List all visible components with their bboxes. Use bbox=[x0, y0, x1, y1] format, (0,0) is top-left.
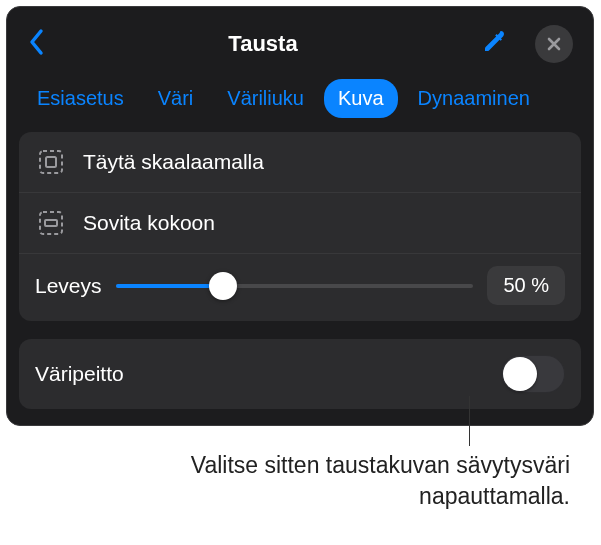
close-icon bbox=[546, 36, 562, 52]
width-value[interactable]: 50 % bbox=[487, 266, 565, 305]
color-overlay-label: Väripeitto bbox=[35, 362, 124, 386]
toggle-knob bbox=[503, 357, 537, 391]
top-bar: Tausta bbox=[19, 21, 581, 79]
tab-gradient[interactable]: Väriliuku bbox=[213, 79, 318, 118]
color-overlay-toggle[interactable] bbox=[501, 355, 565, 393]
callout-line bbox=[469, 396, 470, 446]
tab-color[interactable]: Väri bbox=[144, 79, 208, 118]
eyedropper-button[interactable] bbox=[481, 29, 507, 59]
option-scale-to-fill[interactable]: Täytä skaalaamalla bbox=[19, 132, 581, 192]
close-button[interactable] bbox=[535, 25, 573, 63]
back-button[interactable] bbox=[27, 28, 45, 60]
option-scale-to-fill-label: Täytä skaalaamalla bbox=[83, 150, 264, 174]
option-scale-to-fit-label: Sovita kokoon bbox=[83, 211, 215, 235]
tab-preset[interactable]: Esiasetus bbox=[23, 79, 138, 118]
svg-rect-3 bbox=[45, 220, 57, 226]
scale-to-fill-icon bbox=[35, 146, 67, 178]
panel-title: Tausta bbox=[45, 31, 481, 57]
svg-rect-2 bbox=[40, 212, 62, 234]
chevron-left-icon bbox=[27, 28, 45, 56]
scale-to-fit-icon bbox=[35, 207, 67, 239]
svg-rect-1 bbox=[46, 157, 56, 167]
eyedropper-icon bbox=[481, 29, 507, 55]
tab-dynamic[interactable]: Dynaaminen bbox=[404, 79, 544, 118]
scale-section: Täytä skaalaamalla Sovita kokoon Leveys … bbox=[19, 132, 581, 321]
top-right-controls bbox=[481, 25, 573, 63]
overlay-section: Väripeitto bbox=[19, 339, 581, 409]
width-slider-row: Leveys 50 % bbox=[19, 253, 581, 321]
slider-thumb[interactable] bbox=[209, 272, 237, 300]
slider-fill bbox=[116, 284, 223, 288]
tab-bar: Esiasetus Väri Väriliuku Kuva Dynaaminen bbox=[19, 79, 581, 128]
color-overlay-row: Väripeitto bbox=[19, 339, 581, 409]
width-slider[interactable] bbox=[116, 284, 474, 288]
svg-rect-0 bbox=[40, 151, 62, 173]
background-panel: Tausta Esiasetus Väri Väriliuku Kuva Dyn… bbox=[6, 6, 594, 426]
option-scale-to-fit[interactable]: Sovita kokoon bbox=[19, 192, 581, 253]
callout-text: Valitse sitten taustakuvan sävytysväri n… bbox=[150, 440, 570, 512]
width-slider-label: Leveys bbox=[35, 274, 102, 298]
tab-image[interactable]: Kuva bbox=[324, 79, 398, 118]
callout: Valitse sitten taustakuvan sävytysväri n… bbox=[150, 440, 570, 512]
